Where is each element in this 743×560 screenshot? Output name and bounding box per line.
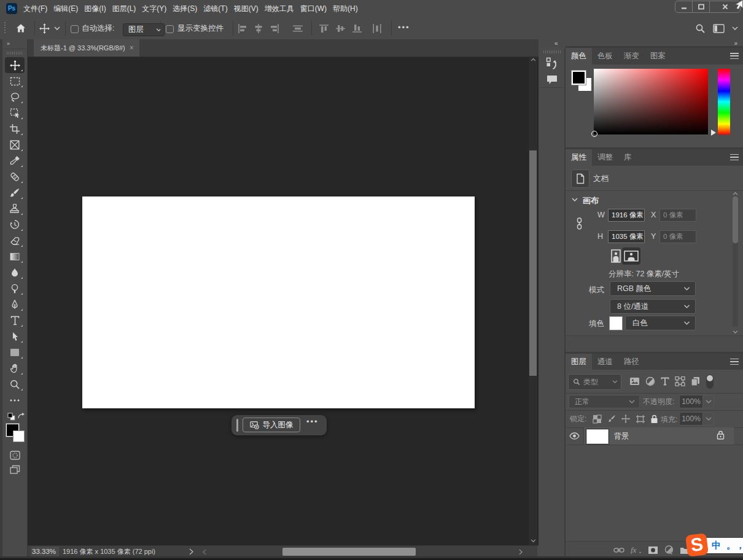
eyedropper-tool[interactable] (5, 153, 25, 169)
align-right-button[interactable] (269, 23, 280, 34)
vertical-scrollbar-thumb[interactable] (529, 150, 537, 376)
scroll-right-icon[interactable] (519, 549, 523, 555)
width-field[interactable]: 1916 像素 (608, 209, 645, 222)
path-selection-tool[interactable] (5, 329, 25, 344)
adjustment-layer-filter-button[interactable] (645, 376, 655, 386)
opacity-combo[interactable]: 100% (679, 395, 714, 408)
properties-tab-调整[interactable]: 调整 (592, 149, 618, 166)
properties-tab-属性[interactable]: 属性 (566, 149, 592, 166)
shape-layer-filter-button[interactable] (675, 376, 685, 386)
maximize-button[interactable] (692, 1, 709, 12)
align-left-button[interactable] (237, 23, 248, 34)
properties-scrollbar-thumb[interactable] (733, 196, 738, 243)
layers-tab-通道[interactable]: 通道 (592, 354, 618, 370)
pen-tool[interactable] (5, 297, 25, 313)
canvas-fill-swatch[interactable] (609, 316, 623, 330)
move-tool[interactable] (5, 57, 25, 73)
document-tab-close-icon[interactable]: × (130, 44, 134, 52)
show-transform-checkbox[interactable] (166, 25, 174, 33)
link-dimensions-icon[interactable] (575, 217, 583, 230)
healing-brush-tool[interactable] (5, 169, 25, 185)
canvas-section-chevron-icon[interactable] (572, 198, 578, 202)
rectangle-tool[interactable] (5, 344, 25, 360)
frame-tool[interactable] (5, 137, 25, 153)
distribute-horizontal-button[interactable] (292, 23, 303, 34)
current-tool-button[interactable] (39, 23, 50, 34)
more-options-button[interactable]: ••• (398, 23, 410, 32)
layers-panel-menu-icon[interactable] (730, 359, 739, 365)
menu-1[interactable]: 编辑(E) (53, 4, 78, 14)
color-tab-色板[interactable]: 色板 (592, 48, 618, 64)
layers-tab-图层[interactable]: 图层 (566, 354, 592, 370)
default-colors-button[interactable] (7, 413, 15, 421)
search-button[interactable] (695, 23, 706, 34)
lock-paint-button[interactable] (607, 414, 616, 424)
dodge-tool[interactable] (5, 281, 25, 297)
smart-object-filter-button[interactable] (691, 376, 700, 386)
toolbar-expand-button[interactable]: » (2, 39, 27, 49)
menu-8[interactable]: 增效工具 (265, 4, 294, 14)
blend-mode-dropdown[interactable]: 正常 (569, 395, 640, 408)
color-mode-dropdown[interactable]: RGB 颜色 (610, 281, 696, 296)
layer-thumbnail[interactable] (586, 429, 609, 444)
type-tool[interactable] (5, 313, 25, 329)
properties-panel-menu-icon[interactable] (730, 154, 739, 161)
menu-9[interactable]: 窗口(W) (300, 4, 327, 14)
saturation-brightness-field[interactable] (594, 69, 708, 134)
height-field[interactable]: 1035 像素 (608, 230, 645, 243)
blur-tool[interactable] (5, 265, 25, 281)
history-brush-tool[interactable] (5, 217, 25, 233)
brush-tool[interactable] (5, 185, 25, 201)
filter-toggle-button[interactable] (706, 374, 714, 389)
horizontal-scrollbar-thumb[interactable] (282, 548, 416, 556)
dock-collapse-button[interactable]: « (554, 40, 559, 47)
comments-panel-button[interactable] (546, 74, 558, 85)
menu-4[interactable]: 文字(Y) (142, 4, 166, 14)
vertical-scrollbar[interactable] (529, 56, 537, 545)
gradient-tool[interactable] (5, 249, 25, 265)
swap-colors-button[interactable] (17, 413, 25, 420)
hue-slider-marker[interactable] (711, 130, 716, 136)
layers-tab-路径[interactable]: 路径 (618, 354, 645, 370)
task-bar-more-button[interactable]: ••• (306, 417, 319, 426)
tool-preset-chevron-icon[interactable] (54, 26, 60, 31)
marquee-tool[interactable] (5, 73, 25, 89)
lock-all-button[interactable] (650, 414, 658, 424)
y-field[interactable]: 0 像素 (659, 230, 696, 243)
color-field-marker[interactable] (591, 131, 597, 137)
lock-transparent-button[interactable] (593, 414, 602, 424)
bit-depth-dropdown[interactable]: 8 位/通道 (610, 299, 696, 314)
workspace-button[interactable] (713, 24, 725, 33)
layer-mask-button[interactable] (648, 546, 658, 554)
distribute-vertical-button[interactable] (372, 23, 383, 34)
zoom-level-field[interactable]: 33.33% (31, 546, 59, 557)
align-bottom-button[interactable] (352, 23, 363, 34)
color-panel-menu-icon[interactable] (730, 53, 739, 60)
properties-tab-库[interactable]: 库 (618, 149, 637, 166)
history-panel-button[interactable] (546, 57, 559, 70)
document-kind-button[interactable] (571, 169, 589, 188)
align-top-button[interactable] (319, 23, 330, 34)
properties-scroll-down-icon[interactable] (733, 330, 738, 334)
layer-filter-type-dropdown[interactable]: 类型 (568, 374, 621, 390)
hue-slider[interactable] (718, 69, 730, 134)
lock-artboard-button[interactable] (636, 414, 645, 424)
scroll-left-icon[interactable] (203, 549, 206, 555)
import-image-button[interactable]: 导入图像 (243, 418, 300, 432)
align-vertical-centers-button[interactable] (335, 23, 346, 34)
menu-6[interactable]: 滤镜(T) (203, 4, 227, 14)
home-button[interactable] (16, 23, 26, 33)
eraser-tool[interactable] (5, 233, 25, 249)
object-selection-tool[interactable] (5, 105, 25, 121)
menu-0[interactable]: 文件(F) (23, 4, 47, 14)
auto-select-checkbox[interactable] (71, 25, 79, 33)
crop-tool[interactable] (5, 121, 25, 137)
layer-row-background[interactable]: 背景 (566, 427, 743, 445)
document-canvas[interactable] (82, 196, 475, 408)
menu-7[interactable]: 视图(V) (234, 4, 259, 14)
align-horizontal-centers-button[interactable] (253, 23, 264, 34)
menu-10[interactable]: 帮助(H) (333, 4, 358, 14)
color-panel-foreground-swatch[interactable] (572, 71, 586, 85)
ime-language-mode[interactable]: 中 (712, 540, 721, 551)
sogou-logo[interactable]: S (685, 533, 709, 557)
